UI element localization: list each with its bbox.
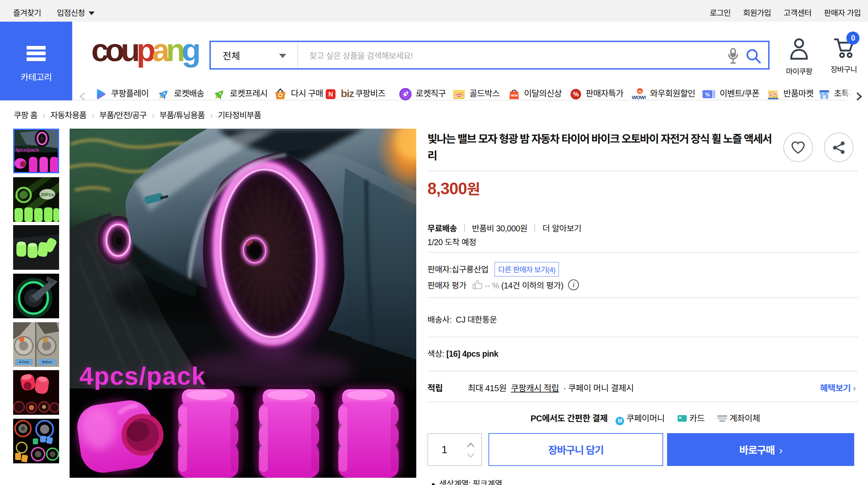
svg-text:%: % (638, 89, 642, 94)
svg-text:i: i (573, 281, 575, 289)
svg-text:SALE: SALE (457, 95, 462, 97)
svg-text:4pcs/pack: 4pcs/pack (15, 147, 39, 153)
svg-text:A-Free: A-Free (19, 360, 29, 364)
svg-text:NEW: NEW (511, 94, 518, 97)
svg-text:%: % (573, 91, 579, 98)
svg-text:WOW!: WOW! (632, 95, 646, 100)
svg-text:20Pcs: 20Pcs (41, 192, 54, 197)
svg-text:%: % (705, 92, 710, 97)
svg-text:Before: Before (42, 360, 52, 364)
svg-text:4pcs/pack: 4pcs/pack (80, 362, 206, 390)
svg-text:N: N (328, 91, 333, 98)
